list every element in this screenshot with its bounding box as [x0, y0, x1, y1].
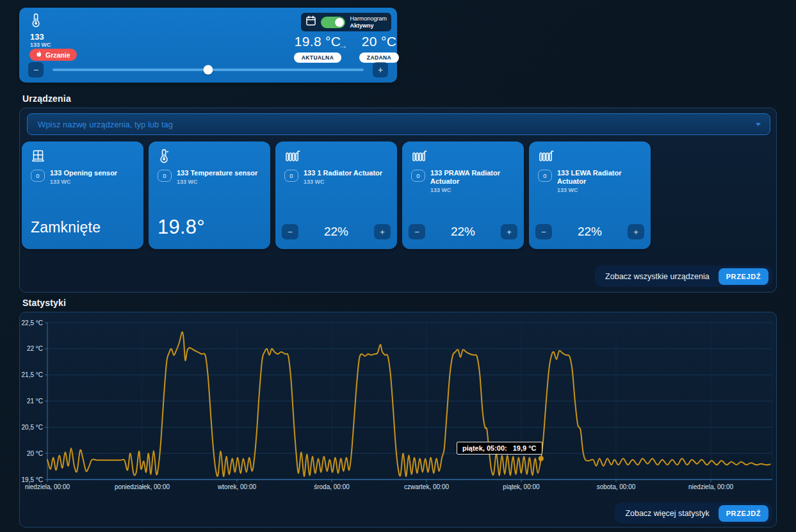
svg-text:20,5 °C: 20,5 °C — [22, 424, 43, 431]
valve-percentage: 22% — [451, 225, 475, 239]
device-count-badge: 0 — [411, 170, 425, 182]
svg-text:20 °C: 20 °C — [27, 450, 43, 457]
calendar-icon — [305, 15, 316, 29]
chart-tooltip: piątek, 05:00: 19,9 °C — [457, 442, 542, 455]
device-room: 133 WC — [177, 179, 257, 185]
device-name: 133 Temperature sensor — [177, 169, 257, 177]
valve-percentage: 22% — [578, 225, 602, 239]
thermostat-card[interactable]: 133 133 WC Grzanie Harmonogram Aktywny 1… — [19, 8, 397, 83]
svg-text:czwartek, 00:00: czwartek, 00:00 — [404, 483, 449, 490]
device-value: Zamknięte — [31, 219, 101, 236]
thermostat-title: 133 — [30, 32, 44, 42]
svg-text:niedziela, 00:00: niedziela, 00:00 — [688, 483, 733, 490]
device-count-badge: 0 — [31, 170, 45, 182]
stats-footer-text: Zobacz więcej statystyk — [625, 509, 709, 518]
stats-footer-row: Zobacz więcej statystyk PRZEJDŹ — [615, 503, 772, 524]
devices-footer-text: Zobacz wszystkie urządzenia — [605, 272, 710, 281]
valve-stepper: −22%+ — [282, 224, 391, 239]
flame-icon — [36, 51, 42, 60]
device-room: 133 WC — [430, 187, 515, 193]
arrow-icon: → — [338, 40, 348, 51]
valve-stepper: −22%+ — [535, 224, 644, 239]
stats-section-heading: Statystyki — [22, 298, 66, 308]
schedule-toggle[interactable] — [321, 17, 345, 28]
device-search-box[interactable] — [27, 113, 770, 135]
valve-percentage: 22% — [324, 225, 348, 239]
heating-dashboard: { "thermostat": { "title": "133", "subti… — [0, 0, 796, 532]
valve-increase-button[interactable]: + — [374, 224, 391, 239]
radiator-icon — [411, 149, 515, 164]
device-card[interactable]: 0 133 Opening sensor 133 WC Zamknięte — [22, 141, 143, 249]
stats-panel: niedziela, 00:00poniedziałek, 00:00wtore… — [19, 312, 777, 528]
svg-text:21,5 °C: 21,5 °C — [22, 371, 43, 378]
device-search-input[interactable] — [37, 119, 751, 130]
device-cards-row: 0 133 Opening sensor 133 WC Zamknięte 0 … — [22, 141, 651, 249]
svg-text:21 °C: 21 °C — [27, 398, 43, 405]
devices-footer-row: Zobacz wszystkie urządzenia PRZEJDŹ — [595, 266, 772, 287]
heating-status-label: Grzanie — [45, 51, 70, 59]
svg-text:niedziela, 00:00: niedziela, 00:00 — [25, 483, 70, 490]
temp-slider-thumb[interactable] — [204, 65, 213, 75]
device-room: 133 WC — [304, 179, 382, 185]
temp-increase-button[interactable]: + — [373, 62, 388, 77]
valve-increase-button[interactable]: + — [628, 224, 644, 239]
stats-go-button[interactable]: PRZEJDŹ — [719, 505, 768, 522]
radiator-icon — [284, 149, 388, 164]
heating-status-badge: Grzanie — [29, 49, 77, 61]
svg-text:19,5 °C: 19,5 °C — [22, 476, 43, 483]
valve-increase-button[interactable]: + — [501, 224, 517, 239]
valve-decrease-button[interactable]: − — [535, 224, 552, 239]
device-count-badge: 0 — [284, 170, 298, 182]
thermostat-room: 133 WC — [30, 42, 51, 48]
tooltip-label: piątek, 05:00: — [462, 444, 507, 452]
svg-text:środa, 00:00: środa, 00:00 — [314, 483, 350, 490]
thermometer-icon — [158, 149, 261, 164]
dropdown-caret-icon[interactable] — [756, 123, 761, 126]
valve-decrease-button[interactable]: − — [282, 224, 298, 239]
temp-decrease-button[interactable]: − — [28, 62, 44, 77]
svg-text:wtorek, 00:00: wtorek, 00:00 — [217, 483, 256, 490]
target-temp-value: 20 °C — [351, 34, 407, 49]
device-count-badge: 0 — [158, 170, 172, 182]
devices-panel: 0 133 Opening sensor 133 WC Zamknięte 0 … — [19, 108, 777, 293]
device-room: 133 WC — [557, 187, 642, 193]
device-card[interactable]: 0 133 PRAWA Radiator Actuator 133 WC −22… — [402, 141, 524, 249]
toggle-knob — [335, 18, 344, 27]
svg-text:poniedziałek, 00:00: poniedziałek, 00:00 — [115, 483, 170, 490]
svg-text:22 °C: 22 °C — [27, 345, 43, 352]
svg-text:piątek, 00:00: piątek, 00:00 — [503, 483, 540, 490]
temperature-slider-row: − + — [28, 61, 388, 78]
temperature-history-chart[interactable]: niedziela, 00:00poniedziałek, 00:00wtore… — [20, 312, 777, 528]
schedule-group: Harmonogram Aktywny — [301, 13, 391, 31]
device-card[interactable]: 0 133 Temperature sensor 133 WC 19.8° — [149, 141, 270, 249]
device-count-badge: 0 — [538, 170, 552, 182]
device-name: 133 1 Radiator Actuator — [304, 169, 382, 177]
svg-text:22,5 °C: 22,5 °C — [22, 319, 43, 326]
valve-decrease-button[interactable]: − — [409, 224, 425, 239]
device-value: 19.8° — [158, 216, 205, 239]
valve-stepper: −22%+ — [409, 224, 517, 239]
devices-section-heading: Urządzenia — [22, 93, 71, 104]
temp-slider-track[interactable] — [53, 69, 364, 71]
device-name: 133 LEWA Radiator Actuator — [557, 169, 642, 186]
radiator-icon — [538, 149, 642, 164]
device-card[interactable]: 0 133 1 Radiator Actuator 133 WC −22%+ — [275, 141, 397, 249]
device-name: 133 Opening sensor — [50, 169, 117, 177]
schedule-label: Harmonogram Aktywny — [350, 15, 387, 29]
device-name: 133 PRAWA Radiator Actuator — [430, 169, 515, 186]
svg-text:sobota, 00:00: sobota, 00:00 — [597, 483, 636, 490]
tooltip-value: 19,9 °C — [513, 444, 537, 452]
device-card[interactable]: 0 133 LEWA Radiator Actuator 133 WC −22%… — [529, 141, 651, 249]
device-room: 133 WC — [50, 179, 117, 185]
window-icon — [31, 149, 134, 164]
target-temp-group: 20 °C ZADANA — [351, 34, 407, 63]
thermometer-icon — [29, 13, 42, 30]
devices-go-button[interactable]: PRZEJDŹ — [719, 268, 768, 285]
